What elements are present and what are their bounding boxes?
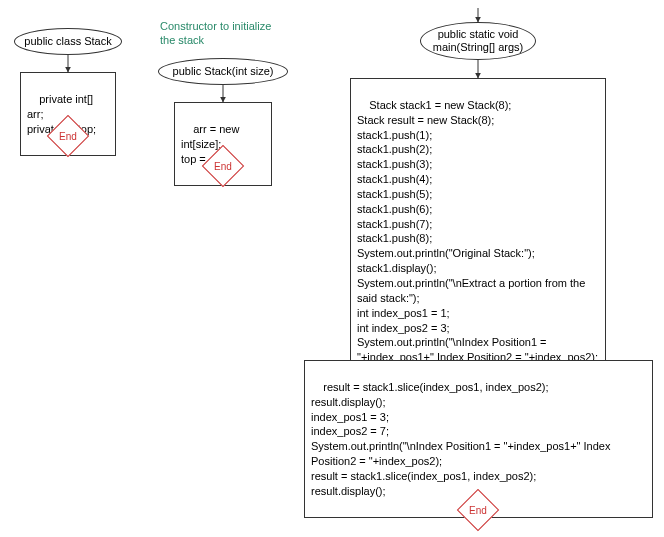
main-body-b-text: result = stack1.slice(index_pos1, index_…: [311, 381, 614, 497]
constructor-decl-text: public Stack(int size): [173, 65, 274, 78]
end-node-2: End: [208, 151, 238, 181]
main-body-a-text: Stack stack1 = new Stack(8); Stack resul…: [357, 99, 598, 363]
main-decl-text: public static void main(String[] args): [433, 28, 523, 54]
end-label: End: [53, 121, 83, 151]
diagram-canvas: public class Stack private int[] arr; pr…: [0, 0, 664, 537]
end-label: End: [208, 151, 238, 181]
constructor-comment: Constructor to initialize the stack: [160, 20, 280, 48]
end-label: End: [463, 495, 493, 525]
main-body-a-box: Stack stack1 = new Stack(8); Stack resul…: [350, 78, 606, 385]
end-node-3: End: [463, 495, 493, 525]
end-node-1: End: [53, 121, 83, 151]
constructor-decl-node: public Stack(int size): [158, 58, 288, 85]
main-decl-node: public static void main(String[] args): [420, 22, 536, 60]
class-decl-text: public class Stack: [24, 35, 111, 48]
class-decl-node: public class Stack: [14, 28, 122, 55]
